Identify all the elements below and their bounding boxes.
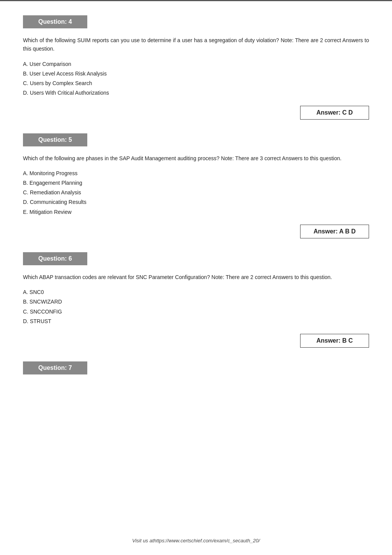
answer-box-q4: Answer: C D <box>23 106 369 120</box>
option-q5-4: E. Mitigation Review <box>23 207 369 217</box>
answer-box-q5: Answer: A B D <box>23 225 369 238</box>
option-q5-1: B. Engagement Planning <box>23 178 369 188</box>
options-list-q6: A. SNC0B. SNCWIZARDC. SNCCONFIGD. STRUST <box>23 287 369 326</box>
options-list-q5: A. Monitoring ProgressB. Engagement Plan… <box>23 169 369 217</box>
top-border <box>0 0 392 1</box>
option-q6-3: D. STRUST <box>23 317 369 326</box>
question-text-q5: Which of the following are phases in the… <box>23 154 369 163</box>
question-text-q4: Which of the following SUIM reports can … <box>23 36 369 53</box>
option-q5-2: C. Remediation Analysis <box>23 188 369 197</box>
footer-text: Visit us athttps://www.certschief.com/ex… <box>0 538 392 544</box>
option-q4-2: C. Users by Complex Search <box>23 79 369 88</box>
question-block-q6: Question: 6Which ABAP transaction codes … <box>23 252 369 348</box>
option-q5-0: A. Monitoring Progress <box>23 169 369 178</box>
question-header-q4: Question: 4 <box>23 15 87 28</box>
option-q5-3: D. Communicating Results <box>23 197 369 207</box>
option-q6-2: C. SNCCONFIG <box>23 307 369 317</box>
option-q4-3: D. Users With Critical Authorizations <box>23 88 369 98</box>
answer-content-q6: Answer: B C <box>300 334 369 348</box>
question-header-q6: Question: 6 <box>23 252 87 265</box>
question-block-q4: Question: 4Which of the following SUIM r… <box>23 15 369 120</box>
option-q4-0: A. User Comparison <box>23 59 369 69</box>
option-q4-1: B. User Level Access Risk Analysis <box>23 69 369 79</box>
option-q6-1: B. SNCWIZARD <box>23 297 369 307</box>
question-header-q7: Question: 7 <box>23 361 87 374</box>
answer-content-q4: Answer: C D <box>300 106 369 120</box>
question-text-q6: Which ABAP transaction codes are relevan… <box>23 273 369 281</box>
answer-content-q5: Answer: A B D <box>300 225 369 238</box>
answer-box-q6: Answer: B C <box>23 334 369 348</box>
option-q6-0: A. SNC0 <box>23 287 369 297</box>
question-block-q7: Question: 7 <box>23 361 369 382</box>
question-block-q5: Question: 5Which of the following are ph… <box>23 133 369 238</box>
options-list-q4: A. User ComparisonB. User Level Access R… <box>23 59 369 98</box>
question-header-q5: Question: 5 <box>23 133 87 146</box>
